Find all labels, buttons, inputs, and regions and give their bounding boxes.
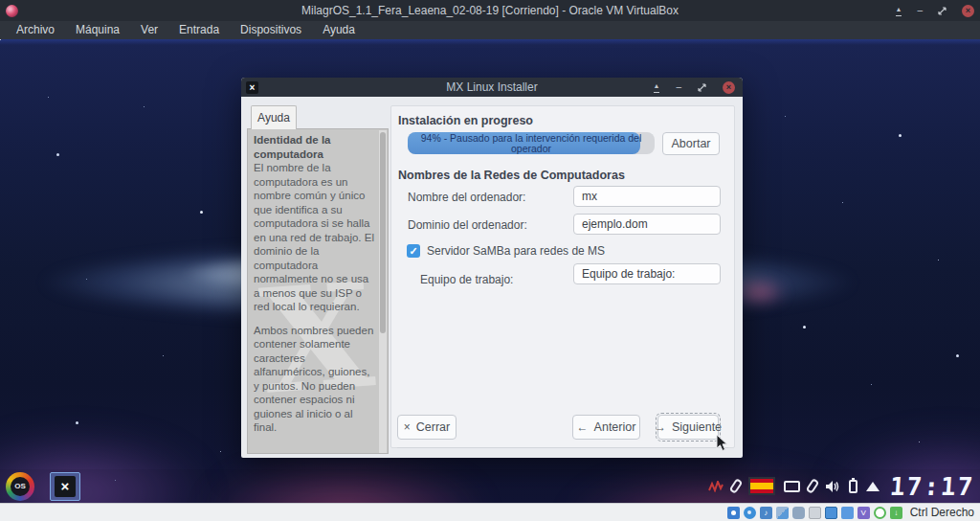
shared-folders-status-icon[interactable] [841,507,854,519]
network-monitor-icon[interactable] [708,481,724,492]
computer-domain-label: Dominio del ordenador: [408,218,527,232]
arrow-left-icon: ← [577,420,589,434]
milagros-logo-icon: OS [11,477,30,496]
features-status-icon[interactable] [874,507,886,519]
abort-button[interactable]: Abortar [662,132,720,155]
help-heading: Identidad de la computadora [254,134,331,160]
optical-disc-status-icon[interactable] [744,507,756,519]
progress-text: 94% - Pausado para la intervención reque… [408,133,655,153]
installer-main-panel: Instalación en progreso 94% - Pausado pa… [390,105,735,448]
installer-close-icon[interactable]: × [723,81,735,94]
computer-name-label: Nombre del ordenador: [408,191,525,204]
installer-shade-icon[interactable]: ▲ [654,81,660,93]
mouse-integration-status-icon[interactable] [792,507,805,519]
installer-titlebar[interactable]: × MX Linux Installer ▲ – × [241,78,743,97]
back-button[interactable]: ← Anterior [572,415,640,440]
samba-checkbox-label: Servidor SaMBa para redes de MS [427,244,605,258]
help-paragraph: Ambos nombres pueden contener solamente … [254,324,376,435]
eject-icon[interactable] [866,482,880,491]
close-button-label: Cerrar [416,420,450,434]
tab-ayuda[interactable]: Ayuda [251,105,297,129]
host-menubar: Archivo Máquina Ver Entrada Dispositivos… [0,21,980,39]
shade-window-icon[interactable]: ▲ [896,5,902,16]
taskbar-clock: 17:17 [889,472,975,501]
progress-bar: 94% - Pausado para la intervención reque… [408,132,655,154]
host-titlebar: MilagrOS_1.1_Fera_Leaena_02-08-19 [Corri… [0,0,980,21]
help-text: Identidad de la computadora El nombre de… [254,133,376,435]
attachments-icon[interactable] [805,478,819,494]
menu-ver[interactable]: Ver [132,21,167,39]
panel-separator [397,447,728,448]
display-settings-icon[interactable] [784,481,800,492]
computer-name-input[interactable] [573,186,721,207]
mx-logo-icon: × [55,476,76,497]
taskbar-item-mx-installer[interactable]: × [50,472,80,501]
next-button[interactable]: → Siguiente [657,415,719,440]
minimize-window-icon[interactable]: – [917,6,923,15]
menu-dispositivos[interactable]: Dispositivos [232,21,310,39]
guest-desktop: × MX Linux Installer ▲ – × Ayuda X [0,39,980,503]
installer-minimize-icon[interactable]: – [676,82,681,92]
volume-icon[interactable] [825,480,840,493]
menu-entrada[interactable]: Entrada [170,21,228,39]
arrow-right-icon: → [655,420,666,434]
help-scrollbar[interactable] [379,130,387,454]
samba-checkbox[interactable]: ✓ [407,244,420,258]
network-status-icon[interactable] [776,507,789,519]
progress-heading: Instalación en progreso [398,114,533,127]
battery-icon[interactable] [849,480,858,493]
menu-ayuda[interactable]: Ayuda [314,21,364,39]
host-window-title: MilagrOS_1.1_Fera_Leaena_02-08-19 [Corri… [0,0,980,21]
mx-installer-window: × MX Linux Installer ▲ – × Ayuda X [241,78,743,458]
harddisk-status-icon[interactable] [727,507,740,519]
usb-status-icon[interactable]: V [858,507,870,519]
menu-maquina[interactable]: Máquina [67,21,128,39]
help-scrollbar-thumb[interactable] [380,132,386,333]
close-window-icon[interactable]: × [962,5,974,17]
network-section-heading: Nombres de la Redes de Computadoras [398,169,625,182]
restore-window-icon[interactable] [938,7,947,15]
computer-domain-input[interactable] [573,214,721,235]
help-pane: X Identidad de la computadora El nombre … [247,128,389,454]
host-key-label: Ctrl Derecho [910,506,974,519]
installer-restore-icon[interactable] [698,83,706,92]
mouse-cursor [716,434,729,457]
clipboard-manager-icon[interactable] [728,478,743,494]
wallpaper-stars [0,39,1,40]
host-statusbar: ♪ V ↓ Ctrl Derecho [0,503,980,521]
virtualbox-window: MilagrOS_1.1_Fera_Leaena_02-08-19 [Corri… [0,0,980,521]
menu-archivo[interactable]: Archivo [8,21,63,39]
close-x-icon: × [404,420,411,434]
audio-status-icon[interactable]: ♪ [760,507,772,519]
keyboard-layout-spanish-flag-icon[interactable] [748,477,775,495]
workgroup-input[interactable] [573,263,721,284]
workgroup-label: Equipo de trabajo: [420,273,513,286]
floppy-status-icon[interactable] [809,507,821,519]
back-button-label: Anterior [594,420,636,434]
close-button[interactable]: × Cerrar [397,415,457,440]
next-button-label: Siguiente [672,420,722,434]
help-paragraph: El nombre de la computadora es un nombre… [254,161,376,314]
milagros-menu-button[interactable]: OS [6,472,34,501]
guest-taskbar: OS × 17:17 [0,469,980,503]
autoresize-status-icon[interactable]: ↓ [890,507,902,519]
display-status-icon[interactable] [825,507,837,519]
